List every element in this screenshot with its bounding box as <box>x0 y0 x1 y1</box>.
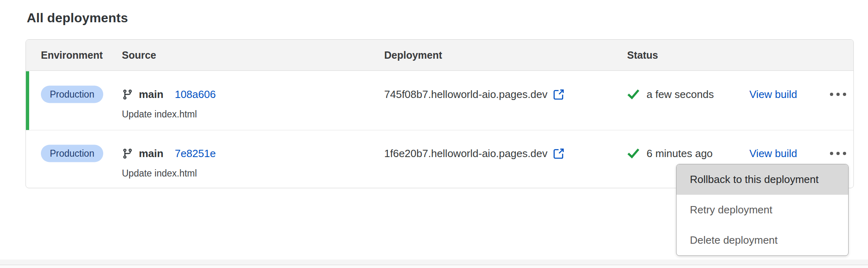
git-branch-icon <box>122 89 133 100</box>
page-divider-lower <box>0 266 868 268</box>
overflow-menu-icon[interactable] <box>828 90 849 98</box>
page-divider <box>0 259 868 265</box>
deployment-actions-menu: Rollback to this deployment Retry deploy… <box>676 164 849 256</box>
column-header-status: Status <box>627 40 658 71</box>
branch-name: main <box>139 147 164 160</box>
branch-name: main <box>139 88 164 101</box>
view-build-link[interactable]: View build <box>749 147 797 160</box>
deployment-url: 745f08b7.helloworld-aio.pages.dev <box>384 88 547 101</box>
deployment-url: 1f6e20b7.helloworld-aio.pages.dev <box>384 147 547 160</box>
environment-badge: Production <box>41 145 103 162</box>
menu-item-delete[interactable]: Delete deployment <box>677 225 848 255</box>
source-cell: main 7e8251e <box>122 147 216 160</box>
check-icon <box>627 147 640 160</box>
commit-link[interactable]: 7e8251e <box>175 147 216 160</box>
commit-message: Update index.html <box>122 109 197 120</box>
table-row: Production main 108a606 Update index.htm… <box>26 71 853 130</box>
current-deployment-indicator <box>26 71 29 130</box>
commit-link[interactable]: 108a606 <box>175 88 216 101</box>
column-header-deployment: Deployment <box>384 40 442 71</box>
deployment-cell: 745f08b7.helloworld-aio.pages.dev <box>384 88 565 101</box>
status-time: 6 minutes ago <box>647 147 713 160</box>
status-cell: 6 minutes ago <box>627 147 713 160</box>
source-cell: main 108a606 <box>122 88 216 101</box>
overflow-menu-icon[interactable] <box>828 149 849 157</box>
column-header-environment: Environment <box>41 40 103 71</box>
table-header: Environment Source Deployment Status <box>26 40 853 71</box>
deployment-cell: 1f6e20b7.helloworld-aio.pages.dev <box>384 147 565 160</box>
external-link-icon[interactable] <box>553 147 565 160</box>
environment-badge: Production <box>41 86 103 103</box>
check-icon <box>627 88 640 101</box>
commit-message: Update index.html <box>122 168 197 179</box>
status-time: a few seconds <box>647 88 714 101</box>
column-header-source: Source <box>122 40 156 71</box>
git-branch-icon <box>122 148 133 159</box>
menu-item-retry[interactable]: Retry deployment <box>677 195 848 225</box>
menu-item-rollback[interactable]: Rollback to this deployment <box>677 164 848 195</box>
view-build-link[interactable]: View build <box>749 88 797 101</box>
external-link-icon[interactable] <box>553 88 565 100</box>
page-title: All deployments <box>27 11 128 26</box>
status-cell: a few seconds <box>627 88 714 101</box>
